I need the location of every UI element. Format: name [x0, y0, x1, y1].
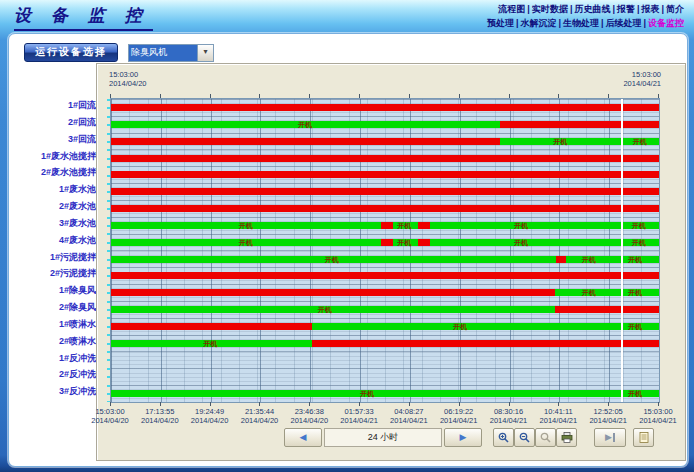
- nav-link-5[interactable]: 报表: [641, 4, 659, 14]
- stop-segment: [381, 239, 393, 246]
- stop-segment: [111, 272, 659, 279]
- nav-link-6[interactable]: 简介: [666, 4, 684, 14]
- zoom-reset-button[interactable]: [535, 428, 556, 447]
- bar-event-label: 开机: [632, 239, 646, 246]
- nav-row-1: 流程图|实时数据|历史曲线|报警|报表|简介: [487, 2, 684, 16]
- run-device-select-button[interactable]: 运行设备选择: [24, 43, 118, 62]
- zoom-out-button[interactable]: [514, 428, 535, 447]
- bar-event-label: 开机: [582, 256, 596, 263]
- stop-segment: [556, 256, 566, 263]
- device-combobox-value[interactable]: 除臭风机: [129, 45, 197, 61]
- bar-event-label: 开机: [318, 306, 332, 313]
- bar-event-label: 开机: [628, 390, 642, 397]
- run-segment: [430, 222, 659, 229]
- stop-segment: [381, 222, 393, 229]
- bar-event-label: 开机: [397, 222, 411, 229]
- nav-link-4[interactable]: 后续处理: [605, 18, 641, 28]
- nav-link-1[interactable]: 预处理: [487, 18, 514, 28]
- device-combobox[interactable]: 除臭风机 ▾: [128, 44, 214, 62]
- device-label: 2#废水池搅拌机: [17, 167, 105, 178]
- bar-event-label: 开机: [632, 222, 646, 229]
- bottom-axis-ticks: [110, 402, 659, 406]
- device-label: 3#回流泵: [17, 134, 105, 145]
- device-label: 2#回流泵: [17, 117, 105, 128]
- device-label: 3#反冲洗泵: [17, 386, 105, 397]
- nav-link-2[interactable]: 实时数据: [532, 4, 568, 14]
- bar-event-label: 开机: [582, 289, 596, 296]
- stop-segment: [111, 155, 659, 162]
- chart-end-datetime: 15:03:002014/04/21: [623, 70, 661, 88]
- device-label: 1#废水池泵: [17, 184, 105, 195]
- run-segment: [555, 289, 659, 296]
- nav-link-1[interactable]: 流程图: [498, 4, 525, 14]
- nav-link-5[interactable]: 设备监控: [648, 18, 684, 28]
- stop-segment: [418, 239, 430, 246]
- app-window: 设 备 监 控 流程图|实时数据|历史曲线|报警|报表|简介 预处理|水解沉淀|…: [0, 0, 694, 472]
- print-button[interactable]: [556, 428, 577, 447]
- document-icon: [639, 432, 649, 443]
- x-axis-tick-label: 15:03:002014/04/21: [626, 407, 690, 425]
- run-segment: [566, 256, 659, 263]
- nav-separator: |: [516, 18, 519, 28]
- gantt-plot-area: 开机开机开机开机开机开机开机开机开机开机开机开机开机开机开机开机开机开机开机开机…: [110, 98, 660, 403]
- device-label: 1#反冲洗泵: [17, 353, 105, 364]
- device-label: 1#除臭风机: [17, 285, 105, 296]
- nav-separator: |: [612, 4, 615, 14]
- go-to-end-button[interactable]: ▶: [594, 428, 626, 447]
- time-cursor-line[interactable]: [621, 99, 623, 402]
- time-range-track[interactable]: 24 小时: [324, 428, 442, 447]
- nav-link-4[interactable]: 报警: [617, 4, 635, 14]
- zoom-out-icon: [519, 432, 530, 443]
- nav-separator: |: [637, 4, 640, 14]
- nav-separator: |: [601, 18, 604, 28]
- bar-event-label: 开机: [628, 323, 642, 330]
- nav-link-3[interactable]: 历史曲线: [574, 4, 610, 14]
- stop-segment: [111, 171, 659, 178]
- bar-event-label: 开机: [514, 222, 528, 229]
- scroll-right-button[interactable]: ▶: [444, 428, 482, 447]
- stop-segment: [111, 323, 312, 330]
- stop-segment: [418, 222, 430, 229]
- stop-segment: [111, 138, 500, 145]
- nav-link-2[interactable]: 水解沉淀: [520, 18, 556, 28]
- zoom-in-button[interactable]: [493, 428, 514, 447]
- stop-segment: [555, 306, 659, 313]
- nav-separator: |: [558, 18, 561, 28]
- stop-segment: [312, 340, 659, 347]
- device-label: 3#废水池泵: [17, 218, 105, 229]
- stop-segment: [111, 104, 659, 111]
- top-navigation: 流程图|实时数据|历史曲线|报警|报表|简介 预处理|水解沉淀|生物处理|后续处…: [487, 2, 684, 30]
- bar-event-label: 开机: [325, 256, 339, 263]
- device-label: 2#反冲洗泵: [17, 369, 105, 380]
- nav-separator: |: [643, 18, 646, 28]
- bar-event-label: 开机: [514, 239, 528, 246]
- bar-event-label: 开机: [553, 138, 567, 145]
- nav-link-3[interactable]: 生物处理: [563, 18, 599, 28]
- bar-event-label: 开机: [239, 239, 253, 246]
- nav-separator: |: [527, 4, 530, 14]
- content-panel: 运行设备选择 除臭风机 ▾ 1#回流泵2#回流泵3#回流泵1#废水池搅拌机2#废…: [8, 33, 688, 467]
- nav-row-2: 预处理|水解沉淀|生物处理|后续处理|设备监控: [487, 16, 684, 30]
- bar-event-label: 开机: [453, 323, 467, 330]
- bar-event-label: 开机: [397, 239, 411, 246]
- run-segment: [430, 239, 659, 246]
- left-arrow-icon: ◀: [300, 430, 307, 445]
- bar-event-label: 开机: [633, 138, 647, 145]
- bar-event-label: 开机: [628, 289, 642, 296]
- scroll-left-button[interactable]: ◀: [284, 428, 322, 447]
- zoom-in-icon: [498, 432, 509, 443]
- device-label: 1#喷淋水泵: [17, 319, 105, 330]
- device-label: 2#废水池泵: [17, 201, 105, 212]
- chevron-down-icon[interactable]: ▾: [197, 45, 213, 61]
- run-segment: [111, 306, 555, 313]
- device-label: 4#废水池泵: [17, 235, 105, 246]
- chart-start-datetime: 15:03:002014/04/20: [109, 70, 147, 88]
- page-title: 设 备 监 控: [14, 4, 153, 31]
- skip-end-arrow-icon: ▶: [605, 430, 612, 445]
- device-label: 1#回流泵: [17, 100, 105, 111]
- export-button[interactable]: [633, 428, 654, 447]
- device-label: 1#污泥搅拌机: [17, 252, 105, 263]
- nav-separator: |: [570, 4, 573, 14]
- bar-event-label: 开机: [239, 222, 253, 229]
- run-segment: [312, 323, 659, 330]
